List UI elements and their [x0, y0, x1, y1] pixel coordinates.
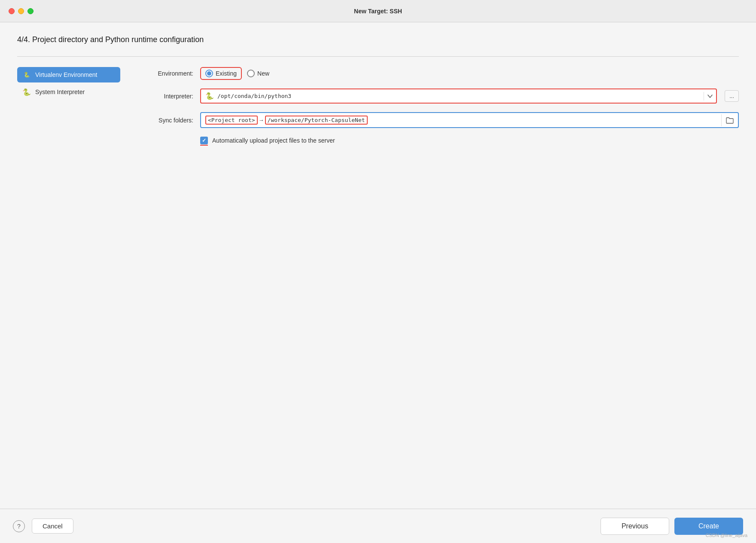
main-layout: 🐍 Virtualenv Environment 🐍 System Interp…	[17, 67, 739, 509]
environment-row: Environment: Existing	[137, 67, 739, 80]
system-label: System Interpreter	[35, 88, 85, 95]
auto-upload-checkbox-wrapper: ✓	[200, 137, 208, 144]
interpreter-field: 🐍 /opt/conda/bin/python3	[200, 88, 717, 104]
existing-radio-inner	[207, 71, 211, 76]
title-divider	[17, 56, 739, 57]
existing-radio-highlighted: Existing	[200, 67, 242, 80]
environment-controls: Existing New	[200, 67, 739, 80]
minimize-button[interactable]	[18, 8, 24, 14]
new-radio-button[interactable]	[247, 70, 255, 77]
sync-field-inner: <Project root> → /workspace/Pytorch-Caps…	[201, 113, 721, 127]
existing-radio-button[interactable]	[205, 70, 213, 77]
cancel-button[interactable]: Cancel	[32, 519, 73, 534]
watermark: CSDN @line_aijava	[706, 533, 747, 538]
svg-text:🐍: 🐍	[24, 71, 30, 78]
environment-label: Environment:	[137, 70, 193, 77]
interpreter-python-icon: 🐍	[205, 92, 214, 100]
maximize-button[interactable]	[27, 8, 34, 14]
system-icon: 🐍	[22, 88, 31, 96]
existing-radio-option[interactable]: Existing	[205, 70, 237, 77]
create-button[interactable]: Create	[674, 518, 743, 535]
help-button[interactable]: ?	[13, 520, 25, 532]
sync-field: <Project root> → /workspace/Pytorch-Caps…	[200, 112, 739, 128]
sidebar: 🐍 Virtualenv Environment 🐍 System Interp…	[17, 67, 129, 509]
interpreter-controls: 🐍 /opt/conda/bin/python3 ...	[200, 88, 739, 104]
new-radio-label: New	[257, 70, 269, 77]
form-area: Environment: Existing	[129, 67, 739, 509]
close-button[interactable]	[9, 8, 15, 14]
chevron-down-icon	[707, 95, 713, 98]
sync-folder-button[interactable]	[721, 114, 738, 126]
sidebar-item-virtualenv[interactable]: 🐍 Virtualenv Environment	[17, 67, 120, 82]
auto-upload-checkbox[interactable]: ✓	[200, 137, 208, 144]
virtualenv-icon: 🐍	[22, 70, 31, 79]
folder-icon	[726, 117, 734, 124]
sync-arrow: →	[259, 117, 264, 123]
bottom-right-buttons: Previous Create	[601, 518, 743, 535]
traffic-lights	[9, 8, 34, 14]
sync-path: /workspace/Pytorch-CapsuleNet	[265, 116, 368, 125]
sync-folders-label: Sync folders:	[137, 117, 193, 124]
sidebar-item-system[interactable]: 🐍 System Interpreter	[17, 84, 120, 100]
auto-upload-label: Automatically upload project files to th…	[212, 137, 335, 144]
previous-button[interactable]: Previous	[601, 518, 669, 535]
existing-radio-label: Existing	[216, 70, 237, 77]
titlebar: New Target: SSH	[0, 0, 756, 22]
bottom-left-buttons: ? Cancel	[13, 519, 73, 534]
interpreter-ellipsis-button[interactable]: ...	[725, 90, 739, 102]
sync-folders-controls: <Project root> → /workspace/Pytorch-Caps…	[200, 112, 739, 128]
interpreter-label: Interpreter:	[137, 93, 193, 100]
virtualenv-label: Virtualenv Environment	[35, 71, 97, 78]
sync-project-root: <Project root>	[205, 116, 258, 125]
window-title: New Target: SSH	[354, 8, 402, 15]
main-content: 4/4. Project directory and Python runtim…	[0, 22, 756, 509]
step-title: 4/4. Project directory and Python runtim…	[17, 35, 739, 44]
sync-folders-row: Sync folders: <Project root> → /workspac…	[137, 112, 739, 128]
interpreter-dropdown-button[interactable]	[704, 92, 716, 101]
interpreter-field-inner: 🐍 /opt/conda/bin/python3	[201, 89, 704, 103]
checkbox-check-icon: ✓	[202, 137, 206, 143]
interpreter-path: /opt/conda/bin/python3	[217, 93, 291, 99]
interpreter-row: Interpreter: 🐍 /opt/conda/bin/python3	[137, 88, 739, 104]
new-radio-option[interactable]: New	[247, 70, 269, 77]
auto-upload-row: ✓ Automatically upload project files to …	[200, 137, 739, 144]
checkbox-underline	[200, 145, 208, 146]
dialog-window: New Target: SSH 4/4. Project directory a…	[0, 0, 756, 543]
bottom-bar: ? Cancel Previous Create	[0, 509, 756, 543]
